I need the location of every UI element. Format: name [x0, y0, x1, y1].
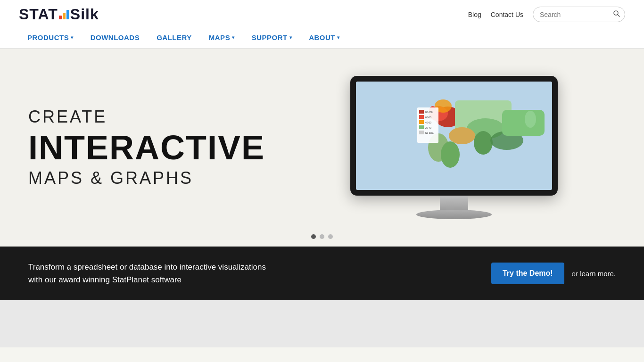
nav-products[interactable]: PRODUCTS ▾: [19, 27, 82, 48]
chevron-down-icon: ▾: [337, 35, 340, 40]
svg-rect-23: [419, 125, 424, 129]
carousel-dot-2[interactable]: [320, 234, 324, 239]
header-top: STATSilk Blog Contact Us: [19, 0, 625, 27]
contact-link[interactable]: Contact Us: [491, 11, 523, 18]
svg-point-12: [474, 131, 493, 155]
monitor-stand-neck: [440, 196, 468, 210]
learn-more-link[interactable]: learn more.: [580, 270, 616, 278]
banner-actions: Try the Demo! or learn more.: [491, 263, 616, 284]
svg-rect-17: [419, 110, 424, 114]
carousel-dot-1[interactable]: [311, 234, 316, 239]
demo-button[interactable]: Try the Demo!: [491, 263, 564, 284]
monitor-screen: 80-100 60-80 40-60 20-40 No data: [356, 82, 552, 190]
search-box: [533, 7, 625, 22]
svg-text:60-80: 60-80: [425, 116, 431, 119]
hero-create: CREATE: [28, 107, 274, 127]
svg-point-9: [449, 127, 475, 144]
carousel-dots: [311, 234, 333, 239]
chevron-down-icon: ▾: [71, 35, 74, 40]
bottom-banner: Transform a spreadsheet or database into…: [0, 247, 644, 300]
svg-rect-14: [502, 110, 545, 136]
search-input[interactable]: [533, 8, 609, 22]
nav-maps[interactable]: MAPS ▾: [200, 27, 243, 48]
header-right: Blog Contact Us: [468, 7, 625, 22]
logo-text: STATSilk: [19, 6, 99, 23]
search-button[interactable]: [609, 7, 625, 22]
search-icon: [613, 10, 620, 17]
logo-silk: Silk: [70, 6, 99, 23]
svg-rect-21: [419, 120, 424, 124]
nav-downloads[interactable]: DOWNLOADS: [82, 27, 149, 48]
hero-text: CREATE INTERACTIVE MAPS & GRAPHS: [28, 107, 293, 188]
hero-monitor: 80-100 60-80 40-60 20-40 No data: [293, 76, 616, 219]
svg-rect-19: [419, 115, 424, 119]
monitor-stand-base: [416, 210, 492, 219]
monitor-container: 80-100 60-80 40-60 20-40 No data: [350, 76, 558, 219]
blog-link[interactable]: Blog: [468, 11, 481, 18]
svg-point-11: [441, 141, 460, 168]
svg-line-1: [618, 15, 619, 16]
carousel-dot-3[interactable]: [328, 234, 333, 239]
world-map-svg: 80-100 60-80 40-60 20-40 No data: [356, 82, 552, 190]
hero-maps: MAPS & GRAPHS: [28, 168, 274, 188]
banner-text: Transform a spreadsheet or database into…: [28, 261, 482, 286]
logo-stat: STAT: [19, 6, 58, 23]
svg-rect-25: [419, 131, 424, 134]
svg-text:20-40: 20-40: [425, 126, 431, 129]
footer-area: [0, 300, 644, 347]
hero-interactive: INTERACTIVE: [28, 131, 274, 165]
chevron-down-icon: ▾: [289, 35, 292, 40]
header: STATSilk Blog Contact Us PRODUCTS ▾: [0, 0, 644, 49]
svg-text:No data: No data: [425, 132, 434, 134]
logo-bar-icon: [59, 9, 69, 19]
nav-gallery[interactable]: GALLERY: [148, 27, 200, 48]
chevron-down-icon: ▾: [232, 35, 235, 40]
svg-point-15: [525, 111, 536, 128]
monitor-screen-outer: 80-100 60-80 40-60 20-40 No data: [350, 76, 558, 196]
nav-support[interactable]: SUPPORT ▾: [243, 27, 301, 48]
logo[interactable]: STATSilk: [19, 6, 99, 23]
learn-more-text: or learn more.: [572, 270, 616, 278]
nav: PRODUCTS ▾ DOWNLOADS GALLERY MAPS ▾ SUPP…: [19, 27, 625, 48]
svg-text:40-60: 40-60: [425, 121, 431, 124]
svg-text:80-100: 80-100: [425, 111, 433, 114]
hero-section: CREATE INTERACTIVE MAPS & GRAPHS: [0, 49, 644, 247]
nav-about[interactable]: ABOUT ▾: [300, 27, 348, 48]
